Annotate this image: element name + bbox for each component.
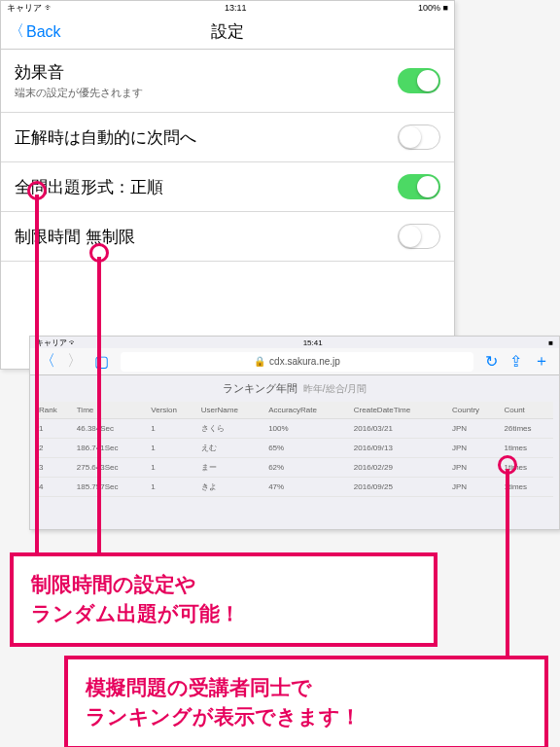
status-battery-icon: ■ [548,338,553,347]
status-carrier: キャリア ᯤ [36,338,77,348]
ranking-table: RankTimeVersionUserNameAccuracyRateCreat… [36,402,553,497]
toggle-time-limit[interactable] [398,224,440,249]
row-order[interactable]: 全問出題形式：正順 [1,162,454,212]
settings-screen: キャリア ᯤ 13:11 100% ■ 〈 Back 設定 効果音 端末の設定が… [0,0,455,370]
address-bar[interactable]: 🔒 cdx.sakura.ne.jp [121,352,473,372]
annotation-pointer [35,195,39,554]
table-header: Rank [36,402,74,419]
chevron-left-icon: 〈 [9,21,24,42]
toggle-sound[interactable] [398,68,440,93]
table-header: CreateDateTime [351,402,449,419]
table-header: UserName [198,402,266,419]
nav-back-icon[interactable]: 〈 [40,351,55,372]
table-row: 2186.741Sec1えむ65%2016/09/13JPN1times [36,439,553,458]
row-sublabel: 端末の設定が優先されます [15,86,143,100]
table-header: Version [148,402,197,419]
status-battery: 100% ■ [418,3,448,13]
page-title: 設定 [211,20,244,43]
status-carrier: キャリア ᯤ [7,2,53,15]
status-time: 13:11 [225,3,247,13]
back-button[interactable]: 〈 Back [1,21,61,42]
table-header: Country [449,402,501,419]
table-header: Time [74,402,149,419]
browser-toolbar: 〈 〉 ▢ 🔒 cdx.sakura.ne.jp ↻ ⇪ ＋ [30,348,559,375]
table-row: 146.384Sec1さくら100%2016/03/21JPN26times [36,419,553,439]
row-label: 正解時は自動的に次問へ [15,126,196,149]
statusbar: キャリア ᯤ 13:11 100% ■ [1,1,454,15]
status-time: 15:41 [303,338,323,347]
url-text: cdx.sakura.ne.jp [269,356,340,367]
annotation-pointer [97,257,101,558]
table-header: Count [501,402,553,419]
add-tab-icon[interactable]: ＋ [534,351,549,372]
nav-forward-icon: 〉 [67,351,83,372]
annotation-pointer [506,469,509,659]
annotation-callout-2: 模擬問題の受講者同士で ランキングが表示できます！ [64,656,548,747]
annotation-callout-1: 制限時間の設定や ランダム出題が可能！ [10,552,438,647]
browser-statusbar: キャリア ᯤ 15:41 ■ [30,337,559,348]
table-row: 3275.643Sec1まー62%2016/02/29JPN1times [36,458,553,478]
table-row: 4185.757Sec1きよ47%2016/09/25JPN1times [36,478,553,497]
row-label: 制限時間 無制限 [15,226,135,248]
row-time-limit[interactable]: 制限時間 無制限 [1,212,454,262]
ranking-header: ランキング年間 昨年/総合/月間 [30,375,559,402]
navbar: 〈 Back 設定 [1,15,454,50]
toggle-order[interactable] [398,174,440,199]
lock-icon: 🔒 [254,356,265,367]
share-icon[interactable]: ⇪ [509,352,522,371]
row-sound[interactable]: 効果音 端末の設定が優先されます [1,50,454,113]
row-auto-next[interactable]: 正解時は自動的に次問へ [1,113,454,162]
table-header: AccuracyRate [265,402,351,419]
browser-screen: キャリア ᯤ 15:41 ■ 〈 〉 ▢ 🔒 cdx.sakura.ne.jp … [29,336,560,530]
back-label: Back [26,23,61,41]
row-label: 効果音 [15,61,143,84]
toggle-auto-next[interactable] [398,124,440,150]
refresh-icon[interactable]: ↻ [485,352,498,371]
